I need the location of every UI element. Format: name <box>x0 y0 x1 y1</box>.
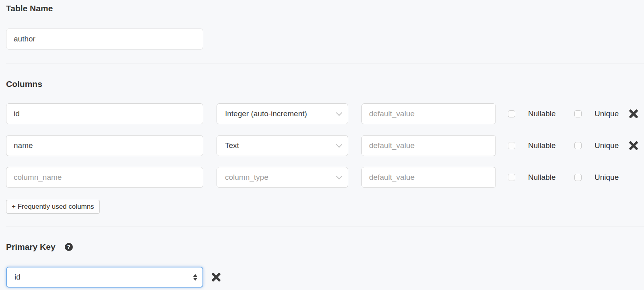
remove-column-icon[interactable] <box>628 141 639 150</box>
select-separator <box>331 109 331 119</box>
select-separator <box>331 140 331 151</box>
section-divider <box>6 226 644 226</box>
primary-key-value: id <box>14 273 193 282</box>
chevron-down-icon <box>336 141 343 148</box>
column-type-value: Integer (auto-increment) <box>225 109 331 118</box>
table-name-heading: Table Name <box>6 4 644 13</box>
column-name-input[interactable] <box>6 167 203 188</box>
unique-checkbox[interactable] <box>574 174 582 181</box>
nullable-checkbox[interactable] <box>508 142 515 149</box>
columns-heading: Columns <box>6 79 644 89</box>
nullable-label: Nullable <box>528 109 574 118</box>
default-value-input[interactable] <box>361 167 496 188</box>
help-question-icon[interactable]: ? <box>65 243 73 251</box>
section-divider <box>6 64 644 64</box>
frequently-used-columns-button[interactable]: + Frequently used columns <box>6 200 100 214</box>
chevron-down-icon <box>336 109 343 116</box>
add-table-form: Table Name Columns Integer (auto-increme… <box>0 0 644 288</box>
column-name-input[interactable] <box>6 135 203 156</box>
primary-key-heading: Primary Key <box>6 242 56 252</box>
column-row: Text Nullable Unique <box>6 135 644 156</box>
columns-rows: Integer (auto-increment) Nullable Unique… <box>6 103 644 188</box>
column-row: column_type Nullable Unique <box>6 167 644 188</box>
unique-checkbox[interactable] <box>574 142 582 149</box>
unique-checkbox[interactable] <box>574 110 582 117</box>
primary-key-row: id <box>6 267 644 288</box>
default-value-input[interactable] <box>361 103 496 124</box>
default-value-input[interactable] <box>361 135 496 156</box>
column-row: Integer (auto-increment) Nullable Unique <box>6 103 644 124</box>
remove-primary-key-icon[interactable] <box>211 272 221 282</box>
column-type-select[interactable]: Text <box>217 135 348 156</box>
column-name-input[interactable] <box>6 103 203 124</box>
primary-key-select[interactable]: id <box>6 267 203 288</box>
unique-label: Unique <box>594 173 628 182</box>
nullable-checkbox[interactable] <box>508 110 515 117</box>
column-type-value: Text <box>225 141 331 150</box>
column-type-placeholder: column_type <box>225 173 331 182</box>
nullable-label: Nullable <box>528 173 574 182</box>
table-name-input[interactable] <box>6 29 203 49</box>
unique-label: Unique <box>594 109 628 118</box>
unique-label: Unique <box>594 141 628 150</box>
remove-column-icon[interactable] <box>628 109 639 119</box>
chevron-down-icon <box>336 173 343 179</box>
nullable-label: Nullable <box>528 141 574 150</box>
select-stepper-icon <box>193 274 197 281</box>
nullable-checkbox[interactable] <box>508 174 515 181</box>
column-type-select[interactable]: column_type <box>217 167 348 188</box>
primary-key-heading-row: Primary Key ? <box>6 242 644 252</box>
select-separator <box>331 172 331 183</box>
column-type-select[interactable]: Integer (auto-increment) <box>217 103 348 124</box>
